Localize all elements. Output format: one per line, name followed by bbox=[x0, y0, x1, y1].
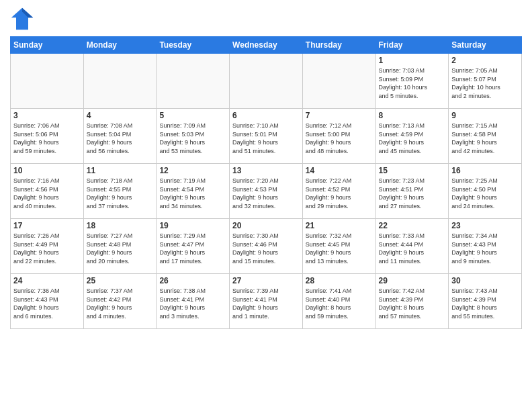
day-info: Sunrise: 7:16 AMSunset: 4:56 PMDaylight:… bbox=[13, 177, 81, 210]
day-info: Sunrise: 7:39 AMSunset: 4:41 PMDaylight:… bbox=[232, 287, 300, 320]
calendar-cell: 18Sunrise: 7:27 AMSunset: 4:48 PMDayligh… bbox=[83, 219, 157, 274]
calendar-cell: 11Sunrise: 7:18 AMSunset: 4:55 PMDayligh… bbox=[83, 164, 157, 219]
calendar-cell: 26Sunrise: 7:38 AMSunset: 4:41 PMDayligh… bbox=[157, 274, 230, 329]
weekday-header-thursday: Thursday bbox=[302, 37, 375, 54]
calendar-cell: 27Sunrise: 7:39 AMSunset: 4:41 PMDayligh… bbox=[230, 274, 303, 329]
day-number: 5 bbox=[159, 111, 226, 120]
day-info: Sunrise: 7:20 AMSunset: 4:53 PMDaylight:… bbox=[232, 177, 300, 210]
weekday-header-sunday: Sunday bbox=[11, 37, 84, 54]
day-info: Sunrise: 7:32 AMSunset: 4:45 PMDaylight:… bbox=[306, 232, 373, 265]
day-info: Sunrise: 7:26 AMSunset: 4:49 PMDaylight:… bbox=[13, 232, 81, 265]
calendar-cell: 21Sunrise: 7:32 AMSunset: 4:45 PMDayligh… bbox=[302, 219, 375, 274]
calendar-cell bbox=[11, 54, 84, 109]
day-info: Sunrise: 7:27 AMSunset: 4:48 PMDaylight:… bbox=[87, 232, 154, 265]
calendar-week-5: 24Sunrise: 7:36 AMSunset: 4:43 PMDayligh… bbox=[11, 274, 522, 329]
day-number: 23 bbox=[451, 221, 519, 230]
day-number: 25 bbox=[87, 276, 154, 285]
day-number: 30 bbox=[451, 276, 519, 285]
day-info: Sunrise: 7:03 AMSunset: 5:09 PMDaylight:… bbox=[379, 66, 446, 100]
logo-icon bbox=[10, 7, 34, 31]
calendar-cell: 13Sunrise: 7:20 AMSunset: 4:53 PMDayligh… bbox=[230, 164, 303, 219]
day-info: Sunrise: 7:19 AMSunset: 4:54 PMDaylight:… bbox=[159, 177, 226, 210]
day-info: Sunrise: 7:30 AMSunset: 4:46 PMDaylight:… bbox=[232, 232, 300, 265]
calendar-table: SundayMondayTuesdayWednesdayThursdayFrid… bbox=[10, 36, 522, 329]
day-number: 8 bbox=[379, 111, 446, 120]
day-info: Sunrise: 7:05 AMSunset: 5:07 PMDaylight:… bbox=[451, 66, 519, 100]
day-info: Sunrise: 7:36 AMSunset: 4:43 PMDaylight:… bbox=[13, 287, 81, 320]
day-info: Sunrise: 7:06 AMSunset: 5:06 PMDaylight:… bbox=[13, 122, 81, 155]
calendar-cell: 25Sunrise: 7:37 AMSunset: 4:42 PMDayligh… bbox=[83, 274, 157, 329]
calendar-week-3: 10Sunrise: 7:16 AMSunset: 4:56 PMDayligh… bbox=[11, 164, 522, 219]
day-info: Sunrise: 7:09 AMSunset: 5:03 PMDaylight:… bbox=[159, 122, 226, 155]
day-number: 12 bbox=[159, 166, 226, 175]
day-number: 27 bbox=[232, 276, 300, 285]
day-number: 13 bbox=[232, 166, 300, 175]
day-info: Sunrise: 7:18 AMSunset: 4:55 PMDaylight:… bbox=[87, 177, 154, 210]
day-number: 7 bbox=[306, 111, 373, 120]
calendar-week-4: 17Sunrise: 7:26 AMSunset: 4:49 PMDayligh… bbox=[11, 219, 522, 274]
logo bbox=[10, 7, 37, 31]
weekday-header-monday: Monday bbox=[83, 37, 157, 54]
day-number: 20 bbox=[232, 221, 300, 230]
day-info: Sunrise: 7:15 AMSunset: 4:58 PMDaylight:… bbox=[451, 122, 519, 155]
day-info: Sunrise: 7:37 AMSunset: 4:42 PMDaylight:… bbox=[87, 287, 154, 320]
day-info: Sunrise: 7:33 AMSunset: 4:44 PMDaylight:… bbox=[379, 232, 446, 265]
day-info: Sunrise: 7:43 AMSunset: 4:39 PMDaylight:… bbox=[451, 287, 519, 320]
day-info: Sunrise: 7:13 AMSunset: 4:59 PMDaylight:… bbox=[379, 122, 446, 155]
calendar-cell: 22Sunrise: 7:33 AMSunset: 4:44 PMDayligh… bbox=[375, 219, 449, 274]
day-number: 29 bbox=[379, 276, 446, 285]
calendar-cell: 10Sunrise: 7:16 AMSunset: 4:56 PMDayligh… bbox=[11, 164, 84, 219]
weekday-header-tuesday: Tuesday bbox=[157, 37, 230, 54]
calendar-cell: 20Sunrise: 7:30 AMSunset: 4:46 PMDayligh… bbox=[230, 219, 303, 274]
day-info: Sunrise: 7:10 AMSunset: 5:01 PMDaylight:… bbox=[232, 122, 300, 155]
day-number: 10 bbox=[13, 166, 81, 175]
calendar-cell: 5Sunrise: 7:09 AMSunset: 5:03 PMDaylight… bbox=[157, 109, 230, 164]
day-number: 11 bbox=[87, 166, 154, 175]
calendar-cell: 2Sunrise: 7:05 AMSunset: 5:07 PMDaylight… bbox=[449, 54, 522, 109]
calendar-cell: 16Sunrise: 7:25 AMSunset: 4:50 PMDayligh… bbox=[449, 164, 522, 219]
day-number: 14 bbox=[306, 166, 373, 175]
day-number: 26 bbox=[159, 276, 226, 285]
calendar-cell: 8Sunrise: 7:13 AMSunset: 4:59 PMDaylight… bbox=[375, 109, 449, 164]
day-info: Sunrise: 7:41 AMSunset: 4:40 PMDaylight:… bbox=[306, 287, 373, 320]
day-number: 28 bbox=[306, 276, 373, 285]
day-number: 4 bbox=[87, 111, 154, 120]
day-number: 24 bbox=[13, 276, 81, 285]
calendar-week-1: 1Sunrise: 7:03 AMSunset: 5:09 PMDaylight… bbox=[11, 54, 522, 109]
calendar-cell: 23Sunrise: 7:34 AMSunset: 4:43 PMDayligh… bbox=[449, 219, 522, 274]
weekday-header-saturday: Saturday bbox=[449, 37, 522, 54]
day-number: 19 bbox=[159, 221, 226, 230]
day-number: 17 bbox=[13, 221, 81, 230]
day-info: Sunrise: 7:25 AMSunset: 4:50 PMDaylight:… bbox=[451, 177, 519, 210]
calendar-cell: 9Sunrise: 7:15 AMSunset: 4:58 PMDaylight… bbox=[449, 109, 522, 164]
weekday-header-wednesday: Wednesday bbox=[230, 37, 303, 54]
calendar-cell: 12Sunrise: 7:19 AMSunset: 4:54 PMDayligh… bbox=[157, 164, 230, 219]
calendar-cell bbox=[83, 54, 157, 109]
day-info: Sunrise: 7:34 AMSunset: 4:43 PMDaylight:… bbox=[451, 232, 519, 265]
calendar-cell bbox=[157, 54, 230, 109]
day-number: 18 bbox=[87, 221, 154, 230]
calendar-cell: 7Sunrise: 7:12 AMSunset: 5:00 PMDaylight… bbox=[302, 109, 375, 164]
calendar-week-2: 3Sunrise: 7:06 AMSunset: 5:06 PMDaylight… bbox=[11, 109, 522, 164]
day-info: Sunrise: 7:23 AMSunset: 4:51 PMDaylight:… bbox=[379, 177, 446, 210]
calendar-cell: 19Sunrise: 7:29 AMSunset: 4:47 PMDayligh… bbox=[157, 219, 230, 274]
day-number: 3 bbox=[13, 111, 81, 120]
day-info: Sunrise: 7:12 AMSunset: 5:00 PMDaylight:… bbox=[306, 122, 373, 155]
page: SundayMondayTuesdayWednesdayThursdayFrid… bbox=[0, 0, 532, 411]
calendar-cell: 4Sunrise: 7:08 AMSunset: 5:04 PMDaylight… bbox=[83, 109, 157, 164]
day-number: 1 bbox=[379, 56, 446, 65]
calendar-cell: 14Sunrise: 7:22 AMSunset: 4:52 PMDayligh… bbox=[302, 164, 375, 219]
weekday-header-friday: Friday bbox=[375, 37, 449, 54]
day-number: 6 bbox=[232, 111, 300, 120]
day-info: Sunrise: 7:42 AMSunset: 4:39 PMDaylight:… bbox=[379, 287, 446, 320]
weekday-header-row: SundayMondayTuesdayWednesdayThursdayFrid… bbox=[11, 37, 522, 54]
calendar-cell: 28Sunrise: 7:41 AMSunset: 4:40 PMDayligh… bbox=[302, 274, 375, 329]
day-number: 21 bbox=[306, 221, 373, 230]
header bbox=[10, 7, 522, 31]
day-number: 9 bbox=[451, 111, 519, 120]
calendar-cell: 17Sunrise: 7:26 AMSunset: 4:49 PMDayligh… bbox=[11, 219, 84, 274]
day-number: 2 bbox=[451, 56, 519, 65]
day-info: Sunrise: 7:22 AMSunset: 4:52 PMDaylight:… bbox=[306, 177, 373, 210]
calendar-cell: 30Sunrise: 7:43 AMSunset: 4:39 PMDayligh… bbox=[449, 274, 522, 329]
calendar-cell: 15Sunrise: 7:23 AMSunset: 4:51 PMDayligh… bbox=[375, 164, 449, 219]
